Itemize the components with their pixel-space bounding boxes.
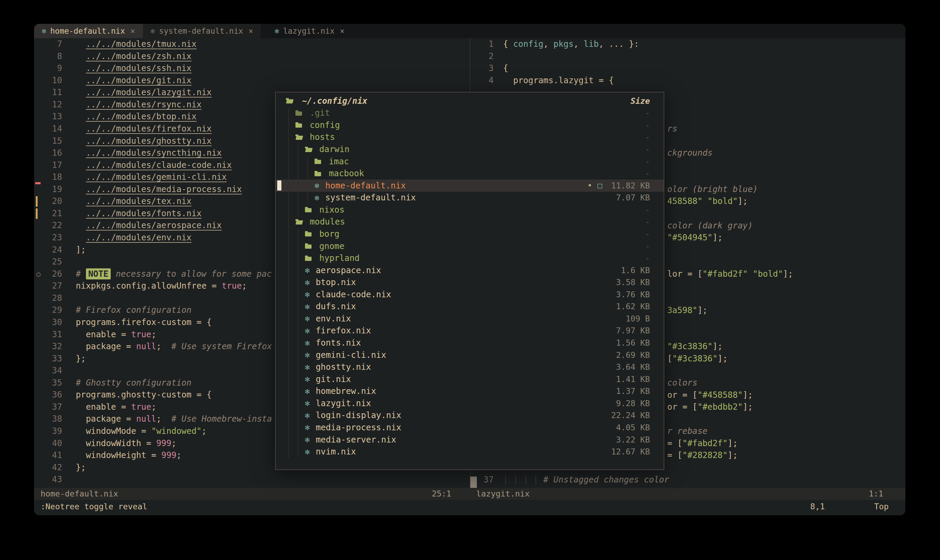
tree-row[interactable]: ✻firefox.nix7.97 KB	[276, 325, 664, 337]
folder-icon	[305, 207, 316, 212]
nix-icon: ✻	[305, 278, 316, 287]
line-number: 32	[43, 340, 62, 353]
editor-line[interactable]: 10 ../../modules/git.nix	[34, 75, 470, 87]
neovim-window: ✻home-default.nix×✻system-default.nix×✻l…	[34, 24, 905, 515]
tree-row[interactable]: ✻fonts.nix1.56 KB	[276, 337, 664, 349]
tab-system-default.nix[interactable]: ✻system-default.nix×	[143, 24, 261, 38]
tree-row[interactable]: ✻dufs.nix1.62 KB	[276, 301, 664, 313]
tree-row[interactable]: ✻ghostty.nix3.64 KB	[276, 361, 664, 373]
editor-line[interactable]: 37│ │ │ │ # Unstagged changes color	[470, 474, 905, 486]
code-segment: enable =	[76, 329, 131, 339]
tree-row[interactable]: modules-	[276, 216, 664, 228]
gutter-gap	[62, 195, 76, 208]
tree-row[interactable]: gnome-	[276, 240, 664, 252]
code-segment: ;	[156, 414, 171, 424]
tree-row[interactable]: ✻homebrew.nix1.37 KB	[276, 385, 664, 397]
tree-row[interactable]: hyprland-	[276, 252, 664, 264]
tree-row[interactable]: ✻nvim.nix12.67 KB	[276, 446, 664, 458]
editor-line[interactable]: 9 ../../modules/ssh.nix	[34, 62, 470, 75]
editor-line[interactable]: 4 programs.lazygit = {	[470, 75, 905, 87]
tree-row[interactable]: ✻lazygit.nix9.28 KB	[276, 397, 664, 409]
window-badge-icon: □	[597, 181, 602, 190]
tree-row[interactable]: nixos-	[276, 204, 664, 216]
code-text: windowMode = "windowed";	[76, 425, 207, 437]
code-text: ../../modules/git.nix	[76, 75, 191, 87]
editor-line[interactable]: 43	[34, 474, 470, 486]
code-text: { config, pkgs, lib, ... }:	[503, 38, 639, 51]
tree-row[interactable]: imac-	[276, 155, 664, 168]
tree-row[interactable]: ✻gemini-cli.nix2.69 KB	[276, 349, 664, 361]
sign-column	[34, 244, 43, 256]
indent-guide	[298, 349, 298, 361]
editor-line[interactable]: 7 ../../modules/tmux.nix	[34, 38, 470, 51]
tree-row[interactable]: ✻home-default.nix•□11.82 KB	[276, 180, 664, 192]
close-icon[interactable]: ×	[340, 26, 345, 35]
line-number: 7	[43, 38, 62, 51]
tree-row[interactable]: ✻git.nix1.41 KB	[276, 373, 664, 385]
indent-guide	[288, 252, 289, 264]
code-segment: pkgs	[554, 39, 574, 49]
code-text: ../../modules/fonts.nix	[76, 208, 201, 220]
code-segment: ../../modules/syncthing.nix	[86, 148, 222, 158]
code-segment: windowMode =	[76, 426, 151, 436]
line-number: 1	[470, 38, 494, 51]
code-segment: ../../modules/firefox.nix	[86, 124, 211, 134]
code-segment: ../../modules/aerospace.nix	[86, 220, 222, 230]
tree-item-name: .git	[310, 108, 330, 118]
line-number: 43	[43, 474, 62, 486]
code-fragment: colors	[667, 377, 698, 389]
code-text: ../../modules/firefox.nix	[76, 123, 211, 135]
tree-row[interactable]: ✻system-default.nix7.07 KB	[276, 192, 664, 204]
tree-row[interactable]: config-	[276, 119, 664, 131]
folder-open-icon	[286, 98, 296, 104]
indent-guide	[288, 361, 289, 373]
tree-row[interactable]: ✻env.nix109 B	[276, 312, 664, 325]
tab-lazygit.nix[interactable]: ✻lazygit.nix×	[267, 24, 352, 38]
code-segment: ../../modules/gemini-cli.nix	[86, 172, 227, 182]
code-segment: "#282828"	[682, 450, 728, 460]
nix-icon: ✻	[305, 350, 316, 359]
close-icon[interactable]: ×	[130, 26, 135, 35]
indent-guide	[298, 337, 298, 349]
code-segment: ../../modules/claude-code.nix	[86, 160, 232, 170]
tree-row[interactable]: .git-	[276, 107, 664, 119]
code-segment: "#3c3836"	[672, 354, 718, 363]
editor-line[interactable]: 2	[470, 51, 905, 63]
editor-line[interactable]: 8 ../../modules/zsh.nix	[34, 51, 470, 63]
tree-row[interactable]: ✻aerospace.nix1.6 KB	[276, 264, 664, 277]
line-number: 17	[43, 159, 62, 171]
line-number: 38	[43, 413, 62, 425]
tree-row[interactable]: ✻media-process.nix4.05 KB	[276, 422, 664, 434]
editor-line[interactable]: 3{	[470, 62, 905, 75]
code-segment: nixpkgs.config.allowUnfree =	[76, 281, 222, 291]
statusline: home-default.nix 25:1 lazygit.nix 1:1	[34, 488, 905, 500]
tree-row[interactable]: ✻claude-code.nix3.76 KB	[276, 288, 664, 301]
tree-row[interactable]: ✻btop.nix3.58 KB	[276, 276, 664, 288]
tree-item-name: macbook	[329, 168, 364, 178]
tree-item-name: fonts.nix	[316, 338, 361, 348]
nix-icon: ✻	[305, 314, 316, 323]
tree-item-name: borg	[319, 229, 339, 239]
editor-line[interactable]: 1{ config, pkgs, lib, ... }:	[470, 38, 905, 51]
tree-row[interactable]: darwin-	[276, 143, 664, 155]
code-segment: color (dark gray)	[667, 221, 753, 231]
tab-home-default.nix[interactable]: ✻home-default.nix×	[34, 24, 143, 38]
gutter-gap	[62, 208, 76, 220]
tree-row[interactable]: borg-	[276, 228, 664, 240]
tree-row[interactable]: ✻login-display.nix22.24 KB	[276, 409, 664, 422]
code-segment: # Ghostty configuration	[76, 378, 191, 388]
tree-row[interactable]: ✻media-server.nix3.22 KB	[276, 434, 664, 446]
spacer	[530, 488, 869, 500]
sign-column	[34, 111, 43, 123]
size-cell: 11.82 KB	[611, 181, 664, 190]
tree-row[interactable]: macbook-	[276, 167, 664, 180]
code-segment: null	[136, 342, 156, 351]
gutter-gap	[62, 171, 76, 183]
close-icon[interactable]: ×	[249, 26, 253, 35]
code-fragment: or = ["#ebdbb2"];	[667, 401, 753, 413]
folder-icon	[305, 255, 316, 261]
scrollbar-thumb[interactable]	[470, 477, 477, 488]
tree-row[interactable]: hosts-	[276, 131, 664, 143]
code-segment: # Use Homebrew-insta	[171, 414, 272, 424]
tree-item-name: firefox.nix	[316, 326, 371, 335]
